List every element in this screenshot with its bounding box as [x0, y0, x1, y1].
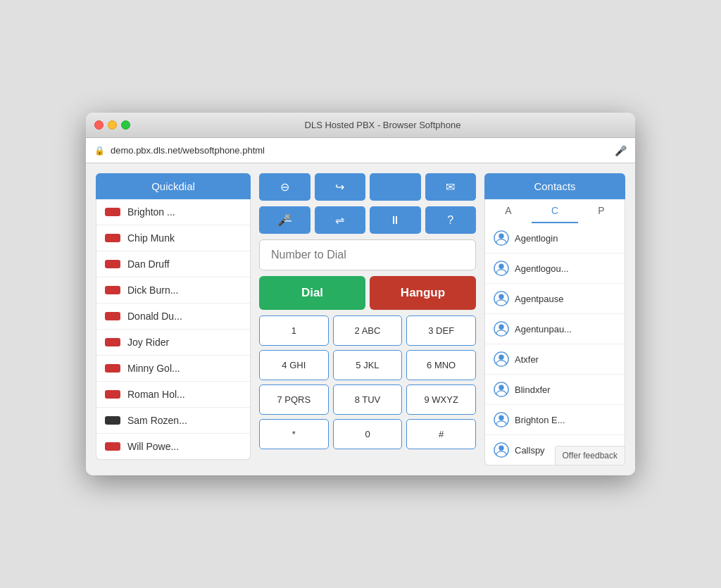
url-text: demo.pbx.dls.net/websoftphone.phtml	[111, 145, 609, 156]
contact-name: Roman Hol...	[127, 389, 185, 400]
contact-name: Agentpause	[515, 294, 563, 304]
quickdial-item[interactable]: Roman Hol...	[96, 382, 250, 408]
contact-avatar-icon	[494, 412, 509, 427]
window-title: DLS Hosted PBX - Browser Softphone	[139, 120, 627, 130]
quickdial-header: Quickdial	[96, 173, 251, 199]
contact-name: Chip Munk	[127, 232, 175, 244]
dial-button[interactable]: Dial	[259, 276, 365, 310]
contacts-list: AgentloginAgentlogou...AgentpauseAgentun…	[484, 223, 625, 465]
keypad-key[interactable]: 2 ABC	[333, 315, 403, 346]
status-dot	[105, 416, 120, 425]
contact-avatar-icon	[494, 382, 509, 397]
contact-avatar-icon	[494, 321, 509, 337]
keypad-key[interactable]: 9 WXYZ	[406, 384, 476, 415]
microphone-icon[interactable]: 🎤	[615, 145, 627, 156]
quickdial-item[interactable]: Dick Burn...	[96, 277, 250, 304]
contact-name: Will Powe...	[127, 441, 179, 452]
svg-point-5	[499, 294, 503, 299]
quickdial-item[interactable]: Will Powe...	[96, 434, 250, 459]
contact-name: Dick Burn...	[127, 284, 178, 296]
contact-list-item[interactable]: Agentlogou...	[485, 254, 625, 284]
hold-button[interactable]: ⇌	[315, 206, 366, 234]
quickdial-item[interactable]: Minny Gol...	[96, 356, 250, 382]
keypad-key[interactable]: 1	[259, 315, 329, 346]
empty-button[interactable]	[370, 173, 421, 201]
status-dot	[105, 260, 120, 268]
contact-list-item[interactable]: Brighton E...	[485, 405, 625, 435]
dialer-panel: ⊖ ↪ ✉ 🎤̶ ⇌ ⏸ ? Dial Hangup	[259, 173, 476, 465]
contact-name: Brighton ...	[127, 206, 175, 218]
contact-name: Agentunpau...	[515, 324, 572, 334]
quickdial-item[interactable]: Dan Druff	[96, 251, 250, 277]
keypad-key[interactable]: 5 JKL	[333, 350, 403, 380]
contact-name: Dan Druff	[127, 258, 170, 270]
svg-point-15	[499, 446, 503, 451]
status-dot	[105, 442, 120, 451]
contact-avatar-icon	[494, 351, 509, 367]
svg-point-1	[499, 234, 503, 239]
keypad-key[interactable]: 7 PQRS	[259, 384, 329, 415]
quickdial-item[interactable]: Sam Rozen...	[96, 408, 250, 434]
close-button[interactable]	[94, 120, 104, 130]
status-dot	[105, 338, 120, 346]
keypad: 12 ABC3 DEF4 GHI5 JKL6 MNO7 PQRS8 TUV9 W…	[259, 315, 476, 449]
contact-avatar-icon	[494, 261, 509, 276]
contacts-panel: Contacts ACP AgentloginAgentlogou...Agen…	[484, 173, 625, 465]
svg-point-11	[499, 385, 503, 390]
contact-name: Joy Rider	[127, 337, 169, 348]
maximize-button[interactable]	[121, 120, 130, 130]
status-dot	[105, 286, 120, 294]
dial-actions: Dial Hangup	[259, 276, 476, 310]
contact-name: Callspy	[515, 445, 545, 456]
main-content: Quickdial Brighton ...Chip MunkDan Druff…	[86, 163, 635, 475]
traffic-lights	[94, 120, 130, 130]
dnd-button[interactable]: ⊖	[259, 173, 311, 201]
contact-list-item[interactable]: Blindxfer	[485, 375, 625, 405]
hangup-button[interactable]: Hangup	[370, 276, 476, 310]
status-dot	[105, 364, 120, 373]
contact-tab-a[interactable]: A	[485, 199, 532, 223]
svg-point-3	[499, 264, 503, 269]
keypad-key[interactable]: 0	[333, 419, 403, 449]
number-to-dial-input[interactable]	[259, 239, 476, 270]
keypad-key[interactable]: 4 GHI	[259, 350, 329, 380]
quickdial-item[interactable]: Chip Munk	[96, 225, 250, 251]
contact-list-item[interactable]: Agentunpau...	[485, 314, 625, 344]
keypad-key[interactable]: *	[259, 419, 329, 449]
quickdial-item[interactable]: Joy Rider	[96, 330, 250, 356]
help-button[interactable]: ?	[425, 206, 477, 234]
pause-button[interactable]: ⏸	[370, 206, 421, 234]
offer-feedback-button[interactable]: Offer feedback	[555, 446, 626, 465]
contact-name: Blindxfer	[515, 384, 551, 395]
contact-list-item[interactable]: Agentlogin	[485, 223, 625, 254]
keypad-key[interactable]: 8 TUV	[333, 384, 403, 415]
toolbar-row-2: 🎤̶ ⇌ ⏸ ?	[259, 206, 476, 234]
contact-name: Minny Gol...	[127, 363, 180, 374]
contact-name: Atxfer	[515, 354, 539, 365]
transfer-button[interactable]: ↪	[315, 173, 366, 201]
quickdial-item[interactable]: Donald Du...	[96, 304, 250, 330]
toolbar-row-1: ⊖ ↪ ✉	[259, 173, 476, 201]
keypad-key[interactable]: #	[406, 419, 476, 449]
contact-name: Agentlogin	[515, 233, 558, 244]
status-dot	[105, 390, 120, 399]
mute-button[interactable]: 🎤̶	[259, 206, 311, 234]
status-dot	[105, 312, 120, 320]
svg-point-9	[499, 355, 503, 360]
svg-point-13	[499, 415, 503, 420]
contact-list-item[interactable]: Atxfer	[485, 344, 625, 375]
contact-avatar-icon	[494, 442, 509, 458]
minimize-button[interactable]	[108, 120, 117, 130]
contact-name: Donald Du...	[127, 311, 182, 322]
quickdial-list: Brighton ...Chip MunkDan DruffDick Burn.…	[96, 199, 251, 460]
keypad-key[interactable]: 3 DEF	[406, 315, 476, 346]
contact-tab-c[interactable]: C	[532, 199, 578, 223]
status-dot	[105, 208, 120, 216]
contact-tab-p[interactable]: P	[578, 199, 625, 223]
status-dot	[105, 234, 120, 242]
quickdial-item[interactable]: Brighton ...	[96, 199, 250, 225]
contact-list-item[interactable]: Agentpause	[485, 284, 625, 314]
contact-name: Brighton E...	[515, 415, 565, 425]
messages-button[interactable]: ✉	[425, 173, 477, 201]
keypad-key[interactable]: 6 MNO	[406, 350, 476, 380]
